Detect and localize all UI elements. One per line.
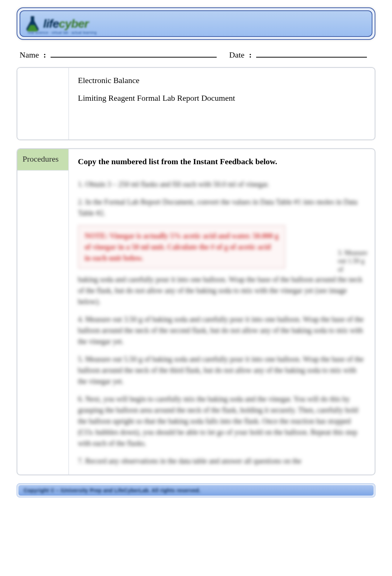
procedure-step-1: 1. Obtain 3 – 250 ml flasks and fill eac… — [78, 179, 366, 190]
logo-prefix: life — [43, 17, 59, 30]
procedure-note-box: NOTE: Vinegar is actually 5% acetic acid… — [78, 225, 285, 269]
banner-tagline: real science · virtual lab · actual lear… — [28, 31, 97, 35]
procedure-step-6: 6. Next, you will begin to carefully mix… — [78, 393, 366, 449]
materials-panel: Electronic Balance Limiting Reagent Form… — [17, 67, 375, 140]
materials-line-1: Electronic Balance — [78, 75, 366, 86]
logo: lifecyber — [24, 15, 89, 32]
materials-left-gutter — [17, 68, 69, 139]
procedure-step-7: 7. Record any observations in the data t… — [78, 455, 366, 466]
name-date-row: Name : Date : — [17, 46, 375, 67]
logo-suffix: cyber — [59, 17, 88, 30]
procedure-step-3-cont: baking soda and carefully pour it into o… — [78, 274, 366, 307]
date-colon: : — [247, 50, 253, 60]
date-blank-line[interactable] — [256, 49, 367, 58]
flask-icon — [24, 15, 41, 32]
procedures-panel: Procedures Copy the numbered list from t… — [17, 148, 375, 475]
procedures-body-blurred: 1. Obtain 3 – 250 ml flasks and fill eac… — [78, 179, 366, 466]
name-colon: : — [42, 50, 48, 60]
procedure-step-5: 5. Measure out 5.50 g of baking soda and… — [78, 353, 366, 387]
procedure-aside-step-3: 3. Measure out 1.50 g of — [338, 249, 367, 274]
date-label: Date — [229, 50, 245, 60]
header-banner-inner: lifecyber real science · virtual lab · a… — [20, 10, 372, 37]
footer-banner-inner: Copyright © – iUniversity Prep and LifeC… — [18, 485, 374, 496]
footer-banner: Copyright © – iUniversity Prep and LifeC… — [17, 483, 375, 497]
logo-text: lifecyber — [43, 17, 89, 31]
header-banner: lifecyber real science · virtual lab · a… — [17, 7, 375, 40]
procedure-step-2: 2. In the Formal Lab Report Document, co… — [78, 196, 366, 218]
name-label: Name — [20, 50, 39, 60]
procedure-step-4: 4. Measure out 3.50 g of baking soda and… — [78, 314, 366, 347]
procedures-side-label: Procedures — [17, 149, 68, 171]
procedures-left-gutter: Procedures — [17, 149, 69, 475]
procedures-heading: Copy the numbered list from the Instant … — [78, 156, 366, 168]
materials-line-2: Limiting Reagent Formal Lab Report Docum… — [78, 92, 366, 104]
materials-content: Electronic Balance Limiting Reagent Form… — [69, 68, 375, 139]
footer-copyright: Copyright © – iUniversity Prep and LifeC… — [24, 487, 200, 493]
name-blank-line[interactable] — [51, 49, 217, 58]
procedures-content: Copy the numbered list from the Instant … — [69, 149, 375, 475]
